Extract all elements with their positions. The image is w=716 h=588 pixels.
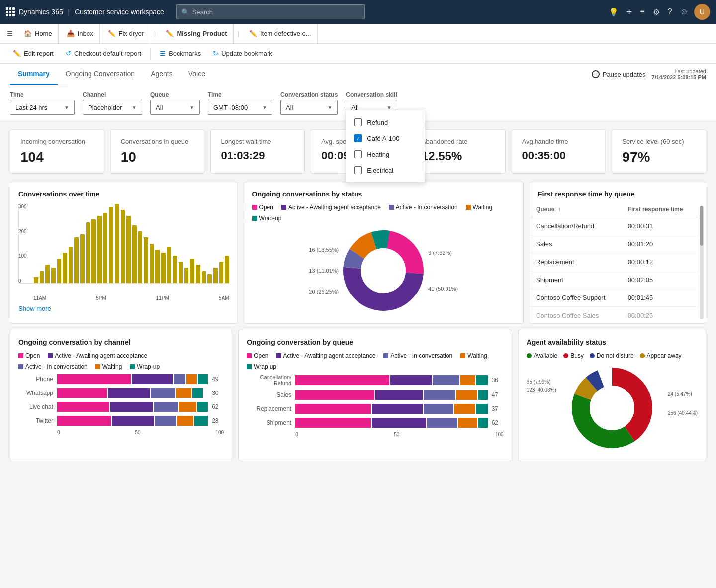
update-bookmark-button[interactable]: ↻ Update bookmark	[208, 48, 277, 59]
stat-conversations-queue: Conversations in queue 10	[110, 129, 205, 174]
ongoing-by-status-title: Ongoing conversations by status	[252, 190, 515, 198]
search-input[interactable]	[192, 8, 359, 16]
time-filter-select[interactable]: Last 24 hrs ▼	[10, 100, 75, 115]
summary-actions: ⏸ Pause updates Last updated 7/14/2022 5…	[592, 68, 706, 80]
search-box[interactable]: 🔍	[176, 4, 365, 19]
cafe-checkbox[interactable]: ✓	[354, 134, 362, 142]
tab-fix-dryer[interactable]: ✏️ Fix dryer	[102, 24, 151, 44]
charts-row-2: Ongoing conversation by channel Open Act…	[0, 330, 716, 471]
summary-tabs: Summary Ongoing Conversation Agents Voic…	[10, 64, 213, 85]
bar-item	[34, 277, 38, 283]
bar-item	[69, 247, 73, 283]
bar-item	[40, 271, 44, 283]
bar-item	[190, 259, 194, 283]
donut-wrapper: 16 (13.55%) 13 (11.01%) 20 (26.25%) 9 (7	[252, 226, 515, 315]
heating-checkbox[interactable]	[354, 150, 362, 158]
tab-menu-icon[interactable]: ☰	[4, 27, 16, 40]
filter-conversation-status: Conversation status All ▼	[280, 91, 338, 115]
channel-whatsapp-row: Whatsapp 30	[18, 388, 224, 398]
summary-nav: Summary Ongoing Conversation Agents Voic…	[0, 64, 716, 85]
tab-ongoing-conversation[interactable]: Ongoing Conversation	[58, 64, 143, 85]
queue-filter-select[interactable]: All ▼	[150, 100, 200, 115]
app-logo: Dynamics 365 | Customer service workspac…	[19, 8, 164, 16]
scrollbar-thumb[interactable]	[700, 206, 703, 246]
queue-cancel-row: Cancellation/ Refund 36	[247, 374, 503, 386]
legend-waiting: Waiting	[466, 204, 493, 211]
bar-item	[91, 219, 96, 283]
channel-filter-select[interactable]: Placeholder ▼	[83, 100, 142, 115]
bar-item	[161, 253, 166, 283]
table-row: Sales 00:01:20	[530, 235, 698, 253]
skill-electrical-option[interactable]: Electrical	[346, 162, 425, 178]
queue-legend: Open Active - Awaiting agent acceptance …	[247, 352, 503, 370]
toolbar: ✏️ Edit report ↺ Checkout default report…	[0, 44, 716, 64]
pencil-icon: ✏️	[108, 30, 116, 37]
bookmarks-button[interactable]: ☰ Bookmarks	[155, 48, 206, 59]
filter-conversation-skill: Conversation skill All ▼ Refund ✓ Café A…	[346, 91, 397, 115]
top-nav: Dynamics 365 | Customer service workspac…	[0, 0, 716, 24]
tab-separator: |	[152, 30, 158, 37]
stat-service-level: Service level (60 sec) 97%	[612, 129, 706, 174]
tab-item-defective[interactable]: ✏️ Item defective o...	[243, 24, 318, 44]
response-time-col-header: First response time	[622, 202, 698, 217]
y-axis-labels: 300 200 100 0	[18, 204, 27, 284]
tab-agents[interactable]: Agents	[143, 64, 180, 85]
app-launcher-icon[interactable]	[6, 7, 15, 16]
skill-heating-option[interactable]: Heating	[346, 146, 425, 162]
bar-item	[126, 216, 131, 283]
skill-refund-option[interactable]: Refund	[346, 114, 425, 130]
ongoing-by-channel-card: Ongoing conversation by channel Open Act…	[10, 330, 232, 461]
bar-item	[109, 207, 113, 283]
queue-col-header: Queue ↑	[530, 202, 622, 217]
time2-filter-select[interactable]: GMT -08:00 ▼	[208, 100, 272, 115]
inbox-icon: 📥	[67, 30, 75, 37]
electrical-checkbox[interactable]	[354, 166, 362, 174]
filter-icon[interactable]: ≡	[638, 5, 646, 18]
avatar[interactable]: U	[694, 4, 710, 20]
legend-active-awaiting: Active - Awaiting agent acceptance	[281, 204, 381, 211]
channel-livechat-row: Live chat 62	[18, 402, 224, 412]
edit-icon: ✏️	[13, 50, 21, 57]
edit-report-button[interactable]: ✏️ Edit report	[8, 48, 59, 59]
refund-checkbox[interactable]	[354, 118, 362, 126]
filter-time: Time Last 24 hrs ▼	[10, 91, 75, 115]
tab-inbox[interactable]: 📥 Inbox	[61, 24, 100, 44]
bar-item	[63, 253, 67, 283]
skill-cafe-option[interactable]: ✓ Café A-100	[346, 130, 425, 146]
bar-item	[213, 268, 218, 283]
bar-item	[132, 225, 137, 283]
help-icon[interactable]: ?	[666, 5, 674, 18]
pencil-icon: ✏️	[166, 30, 174, 37]
pencil-icon: ✏️	[249, 30, 257, 37]
scrollbar[interactable]	[700, 206, 704, 319]
stat-longest-wait: Longest wait time 01:03:29	[210, 129, 305, 174]
conversation-status-select[interactable]: All ▼	[280, 100, 338, 115]
checkout-report-button[interactable]: ↺ Checkout default report	[61, 48, 146, 59]
filter-queue: Queue All ▼	[150, 91, 200, 115]
pause-updates-button[interactable]: ⏸ Pause updates	[592, 70, 646, 78]
bar-item	[184, 268, 189, 283]
ongoing-status-legend: Open Active - Awaiting agent acceptance …	[252, 204, 515, 222]
chevron-down-icon: ▼	[387, 105, 392, 110]
chevron-down-icon: ▼	[262, 105, 267, 110]
lightbulb-icon[interactable]: 💡	[607, 5, 621, 19]
tab-summary[interactable]: Summary	[10, 64, 58, 85]
table-with-scroll: Queue ↑ First response time Cancellation…	[530, 202, 706, 323]
tab-home[interactable]: 🏠 Home	[18, 24, 59, 44]
bar-item	[173, 256, 177, 283]
sort-icon[interactable]: ↑	[558, 207, 561, 212]
chevron-down-icon: ▼	[132, 105, 137, 110]
first-response-table[interactable]: Queue ↑ First response time Cancellation…	[530, 202, 698, 321]
tab-voice[interactable]: Voice	[180, 64, 213, 85]
settings-icon[interactable]: ⚙	[651, 5, 662, 19]
bar-chart: 300 200 100 0	[18, 204, 229, 294]
agent-donut-chart	[567, 363, 657, 453]
add-icon[interactable]: +	[625, 4, 634, 20]
chevron-down-icon: ▼	[64, 105, 69, 110]
show-more-link[interactable]: Show more	[18, 305, 51, 312]
filter-time2: Time GMT -08:00 ▼	[208, 91, 272, 115]
tab-missing-product[interactable]: ✏️ Missing Product	[160, 24, 233, 44]
feedback-icon[interactable]: ☺	[678, 5, 690, 18]
stat-incoming-conversation: Incoming conversation 104	[10, 129, 104, 174]
tab-separator2: |	[236, 30, 241, 37]
